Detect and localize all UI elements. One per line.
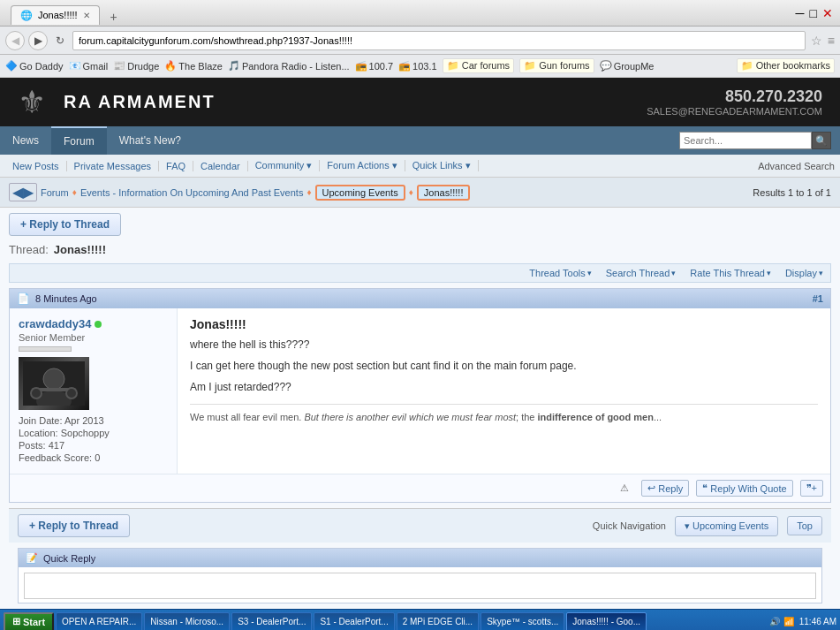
join-date-row: Join Date: Apr 2013 <box>19 415 168 426</box>
rate-thread-link[interactable]: Rate This Thread <box>690 268 771 278</box>
display-link[interactable]: Display <box>785 268 823 278</box>
bookmark-other[interactable]: 📁 Other bookmarks <box>737 58 835 73</box>
bookmark-gmail[interactable]: 📧 Gmail <box>69 60 109 72</box>
post-number: #1 <box>813 293 823 304</box>
post-title: Jonas!!!!! <box>190 317 818 331</box>
quick-reply-textarea[interactable] <box>24 573 816 599</box>
sub-nav-forum-actions[interactable]: Forum Actions ▾ <box>320 160 405 171</box>
search-button[interactable]: 🔍 <box>812 132 831 149</box>
online-indicator <box>95 321 102 328</box>
thread-tools-link[interactable]: Thread Tools <box>529 268 591 278</box>
bookmark-godaddy[interactable]: 🔷 Go Daddy <box>5 60 64 72</box>
back-button[interactable]: ◀ <box>5 31 25 50</box>
sub-nav-private-messages[interactable]: Private Messages <box>67 161 159 171</box>
reply-to-thread-top-button[interactable]: + Reply to Thread <box>9 213 121 236</box>
quote-icon: ❝ <box>702 482 708 494</box>
reply-icon: ↩ <box>647 482 655 494</box>
minimize-button[interactable]: ─ <box>796 6 805 20</box>
user-avatar <box>19 357 89 410</box>
taskbar-item-2[interactable]: S3 - DealerPort... <box>231 612 312 631</box>
nav-whats-new[interactable]: What's New? <box>107 126 193 155</box>
sub-nav-new-posts[interactable]: New Posts <box>5 161 67 171</box>
close-button[interactable]: ✕ <box>822 6 833 20</box>
address-bar[interactable] <box>72 31 806 50</box>
thread-title: Jonas!!!!! <box>54 243 106 256</box>
svg-point-1 <box>43 368 64 390</box>
post-sidebar: crawdaddy34 Senior Member <box>10 308 178 474</box>
bookmark-pandora[interactable]: 🎵 Pandora Radio - Listen... <box>228 60 350 72</box>
top-button[interactable]: Top <box>787 516 822 535</box>
post-time: 8 Minutes Ago <box>35 293 97 304</box>
breadcrumb-forum[interactable]: Forum <box>41 187 69 198</box>
quick-reply-header: 📝 Quick Reply <box>19 549 821 567</box>
search-thread-link[interactable]: Search Thread <box>606 268 677 278</box>
multi-quote-button[interactable]: ❞+ <box>800 480 823 497</box>
bottom-bar: + Reply to Thread Quick Navigation ▾ Upc… <box>9 508 831 543</box>
reply-with-quote-button[interactable]: ❝ Reply With Quote <box>696 480 792 497</box>
search-input[interactable] <box>679 132 812 149</box>
bookmark-100[interactable]: 📻 100.7 <box>355 60 394 72</box>
taskbar-item-3[interactable]: S1 - DealerPort... <box>314 612 394 631</box>
sub-nav-community[interactable]: Community ▾ <box>248 160 321 171</box>
svg-point-4 <box>31 388 42 398</box>
reply-button[interactable]: ↩ Reply <box>641 480 689 497</box>
post-username[interactable]: crawdaddy34 <box>19 317 168 330</box>
report-button[interactable]: ⚠ <box>615 481 634 496</box>
taskbar-item-1[interactable]: Nissan - Microsо... <box>144 612 230 631</box>
breadcrumb-events[interactable]: Events - Information On Upcoming And Pas… <box>80 187 304 198</box>
browser-nav-bar: ◀ ▶ ↻ ☆ ≡ <box>0 27 840 55</box>
bookmark-groupme[interactable]: 💬 GroupMe <box>600 60 655 72</box>
bookmarks-bar: 🔷 Go Daddy 📧 Gmail 📰 Drudge 🔥 The Blaze … <box>0 55 840 78</box>
post-line3: Am I just retarded??? <box>190 379 818 395</box>
breadcrumb-nav-icon: ◀▶ <box>9 183 37 201</box>
bookmark-103[interactable]: 📻 103.1 <box>398 60 437 72</box>
bookmark-star-icon[interactable]: ☆ <box>811 34 822 48</box>
browser-menu-icon[interactable]: ≡ <box>828 34 835 48</box>
bookmark-drudge[interactable]: 📰 Drudge <box>113 60 159 72</box>
thread-title-bar: Thread: Jonas!!!!! <box>9 239 831 260</box>
taskbar-item-4[interactable]: 2 MPi EDGE Cli... <box>397 612 479 631</box>
reply-to-thread-bottom-button[interactable]: + Reply to Thread <box>18 514 130 537</box>
breadcrumb-upcoming-events[interactable]: Upcoming Events <box>315 185 405 201</box>
tray-icon-1: 🔊 <box>769 617 780 626</box>
bookmark-gunforums[interactable]: 📁 Gun forums <box>519 58 594 73</box>
upcoming-events-button[interactable]: ▾ Upcoming Events <box>675 516 778 536</box>
new-tab-button[interactable]: + <box>105 9 123 25</box>
post-rank: Senior Member <box>19 332 168 343</box>
bookmark-theblaze[interactable]: 🔥 The Blaze <box>164 60 223 72</box>
sub-nav-quick-links[interactable]: Quick Links ▾ <box>405 160 479 171</box>
taskbar: ⊞ Start OPEN A REPAIR... Nissan - Micros… <box>0 609 840 630</box>
forward-button[interactable]: ▶ <box>28 31 48 50</box>
post-footer: ⚠ ↩ Reply ❝ Reply With Quote ❞+ <box>10 474 830 502</box>
location-row: Location: Sopchoppy <box>19 428 168 438</box>
post-header-left: 📄 8 Minutes Ago <box>17 292 97 305</box>
taskbar-item-0[interactable]: OPEN A REPAIR... <box>56 612 142 631</box>
quick-reply-icon: 📝 <box>26 552 38 564</box>
active-tab[interactable]: 🌐 Jonas!!!!! ✕ <box>11 5 100 25</box>
tab-title: Jonas!!!!! <box>38 10 78 20</box>
quick-reply-area: 📝 Quick Reply <box>18 548 822 603</box>
start-button[interactable]: ⊞ Start <box>4 612 54 631</box>
thread-label: Thread: <box>9 243 49 256</box>
browser-window: 🌐 Jonas!!!!! ✕ + ─ □ ✕ ◀ ▶ ↻ ☆ ≡ 🔷 Go Da… <box>0 0 840 78</box>
nav-news[interactable]: News <box>0 126 51 155</box>
post-header: 📄 8 Minutes Ago #1 <box>10 289 830 308</box>
post-container: 📄 8 Minutes Ago #1 crawdaddy34 Senior Me… <box>9 288 831 503</box>
taskbar-item-5[interactable]: Skype™ - scotts... <box>481 612 564 631</box>
posts-row: Posts: 417 <box>19 440 168 451</box>
taskbar-item-6[interactable]: Jonas!!!!! - Goo... <box>566 612 647 631</box>
nav-forum[interactable]: Forum <box>51 126 107 155</box>
bookmark-carforums[interactable]: 📁 Car forums <box>443 58 514 73</box>
email-address: SALES@RENEGADEARMAMENT.COM <box>647 106 822 117</box>
advanced-search-link[interactable]: Advanced Search <box>758 161 835 171</box>
sub-nav-calendar[interactable]: Calendar <box>193 161 248 171</box>
maximize-button[interactable]: □ <box>810 6 817 20</box>
feedback-score-link[interactable]: 0 <box>95 452 100 463</box>
sub-nav-faq[interactable]: FAQ <box>159 161 193 171</box>
tab-close-button[interactable]: ✕ <box>83 11 90 20</box>
post-signature: We must all fear evil men. But there is … <box>190 404 818 422</box>
contact-info: 850.270.2320 SALES@RENEGADEARMAMENT.COM <box>647 87 822 117</box>
quick-nav-label: Quick Navigation <box>593 520 666 531</box>
refresh-button[interactable]: ↻ <box>51 32 69 49</box>
thread-area: + Reply to Thread Thread: Jonas!!!!! Thr… <box>0 208 840 609</box>
